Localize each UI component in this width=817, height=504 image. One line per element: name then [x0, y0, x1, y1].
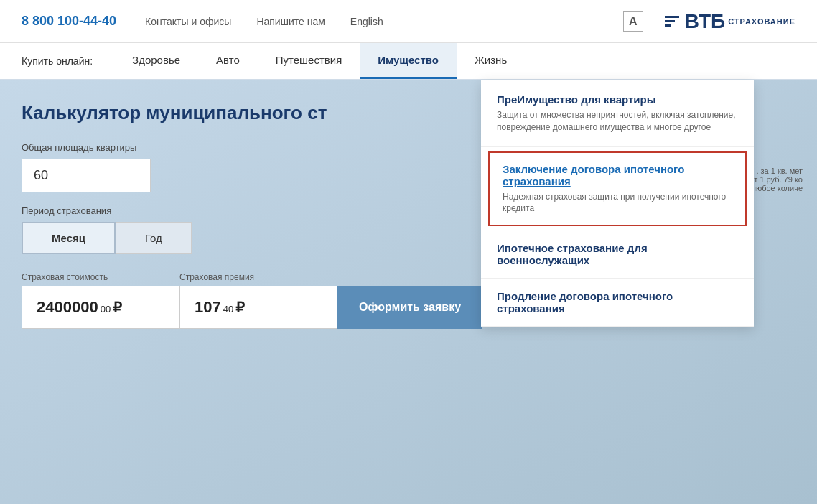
- dropdown-item-mortgage-title: Заключение договора ипотечного страхован…: [503, 163, 732, 187]
- contacts-link[interactable]: Контакты и офисы: [145, 16, 231, 27]
- write-us-link[interactable]: Напишите нам: [256, 16, 325, 27]
- logo-lines-icon: [665, 16, 679, 27]
- logo-line-3: [665, 24, 671, 27]
- area-label: Общая площадь квартиры: [22, 142, 481, 153]
- premium-currency: ₽: [235, 299, 245, 316]
- dropdown-menu: ПреИмущество для квартиры Защита от множ…: [481, 80, 754, 327]
- nav-item-health[interactable]: Здоровье: [114, 43, 198, 79]
- premium-value: 107: [195, 298, 221, 317]
- period-year-button[interactable]: Год: [116, 222, 192, 254]
- period-label: Период страхования: [22, 205, 481, 216]
- logo-line-1: [665, 16, 679, 18]
- main-area: Калькулятор муниципального ст Общая площ…: [0, 80, 817, 504]
- nav-label: Купить онлайн:: [22, 55, 93, 67]
- right-hint-3: любое количе: [752, 184, 803, 192]
- logo-vtb-text: ВТБ: [685, 10, 725, 33]
- premium-box: 10740 ₽: [179, 286, 337, 329]
- dropdown-item-renew[interactable]: Продление договора ипотечного страховани…: [481, 279, 754, 327]
- area-input[interactable]: [22, 159, 151, 192]
- nav-item-auto[interactable]: Авто: [198, 43, 258, 79]
- logo-line-2: [665, 20, 675, 22]
- phone-link[interactable]: 8 800 100-44-40: [22, 14, 116, 29]
- top-nav-links: Контакты и офисы Напишите нам English: [145, 16, 623, 27]
- premium-label: Страховая премия: [179, 272, 337, 282]
- nav-item-life[interactable]: Жизнь: [457, 43, 525, 79]
- logo-strahovanie-text: СТРАХОВАНИЕ: [728, 17, 795, 26]
- logo: ВТБ СТРАХОВАНИЕ: [665, 10, 795, 33]
- period-month-button[interactable]: Месяц: [22, 222, 116, 254]
- calculator-title: Калькулятор муниципального ст: [22, 102, 481, 124]
- dropdown-item-apartment-title: ПреИмущество для квартиры: [497, 93, 738, 106]
- dropdown-item-mortgage-contract[interactable]: Заключение договора ипотечного страхован…: [488, 151, 747, 227]
- insurance-value-box: 240000000 ₽: [22, 286, 179, 329]
- premium-sup: 40: [223, 304, 233, 314]
- right-hint-2: т 1 руб. 79 ко: [752, 175, 803, 184]
- nav-item-travel[interactable]: Путешествия: [258, 43, 360, 79]
- period-buttons: Месяц Год: [22, 222, 481, 254]
- calculator: Калькулятор муниципального ст Общая площ…: [22, 102, 481, 329]
- right-hints: . за 1 кв. мет т 1 руб. 79 ко любое коли…: [752, 167, 803, 192]
- right-hint-1: . за 1 кв. мет: [752, 167, 803, 175]
- dropdown-item-military[interactable]: Ипотечное страхование для военнослужащих: [481, 230, 754, 279]
- english-link[interactable]: English: [350, 16, 383, 27]
- dropdown-item-apartment-desc: Защита от множества неприятностей, включ…: [497, 109, 738, 134]
- top-bar: 8 800 100-44-40 Контакты и офисы Напишит…: [0, 0, 817, 43]
- dropdown-item-apartment[interactable]: ПреИмущество для квартиры Защита от множ…: [481, 80, 754, 147]
- dropdown-item-mortgage-desc: Надежная страховая защита при получении …: [503, 191, 732, 215]
- insurance-value: 2400000: [37, 298, 98, 317]
- top-bar-right: A ВТБ СТРАХОВАНИЕ: [623, 10, 795, 33]
- insurance-value-label: Страховая стоимость: [22, 272, 179, 282]
- insurance-currency: ₽: [113, 299, 122, 316]
- premium-group: Страховая премия 10740 ₽: [179, 272, 337, 329]
- submit-button[interactable]: Оформить заявку: [337, 286, 482, 329]
- accessibility-button[interactable]: A: [623, 11, 643, 32]
- insurance-value-group: Страховая стоимость 240000000 ₽: [22, 272, 179, 329]
- nav-items: Здоровье Авто Путешествия Имущество Жизн…: [114, 43, 525, 79]
- calc-bottom: Страховая стоимость 240000000 ₽ Страхова…: [22, 272, 481, 329]
- insurance-value-sup: 00: [101, 304, 111, 314]
- nav-item-property[interactable]: Имущество: [360, 43, 457, 79]
- nav-bar: Купить онлайн: Здоровье Авто Путешествия…: [0, 43, 817, 80]
